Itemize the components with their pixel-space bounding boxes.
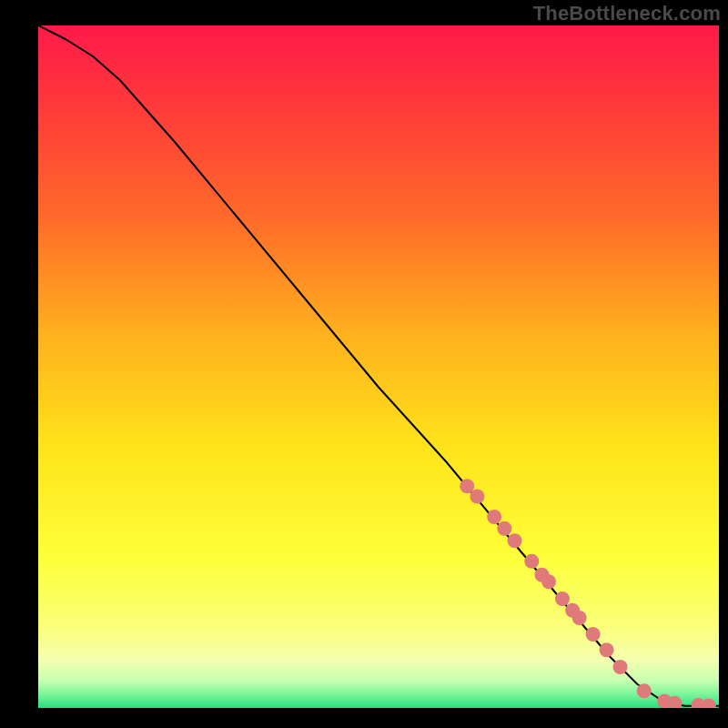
highlight-point [613,660,628,674]
highlight-point [555,592,570,606]
highlight-point [637,683,652,698]
highlight-point [470,490,484,504]
highlight-point [524,554,539,569]
chart-frame: TheBottleneck.com [0,0,728,728]
highlight-point [586,627,601,642]
watermark-label: TheBottleneck.com [533,2,721,25]
highlight-point [487,510,501,524]
chart-svg [38,25,719,708]
gradient-background [38,25,719,708]
highlight-point [508,533,522,548]
highlight-point [541,574,556,589]
plot-area [38,25,719,708]
highlight-point [600,642,614,657]
highlight-point [497,521,511,536]
highlight-point [572,611,587,625]
